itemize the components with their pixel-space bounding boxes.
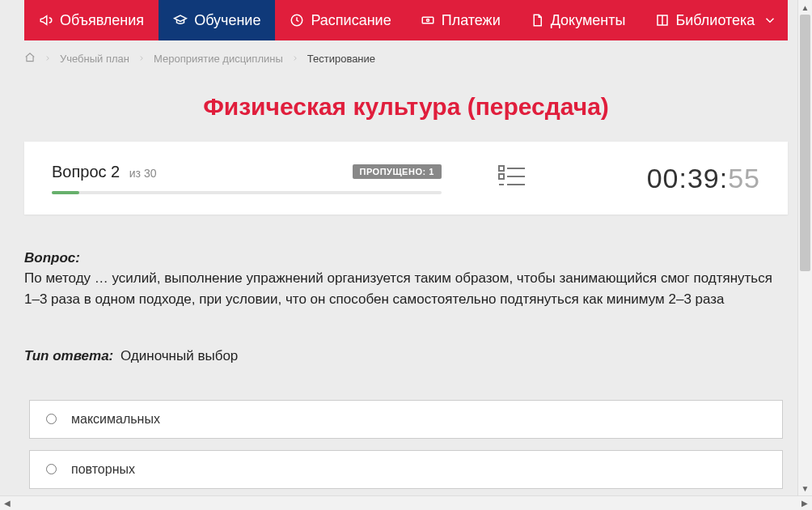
cash-icon <box>421 13 435 28</box>
option-item[interactable]: максимальных <box>29 400 783 439</box>
clock-icon <box>290 13 304 28</box>
option-item[interactable]: повторных <box>29 450 783 489</box>
nav-item-documents[interactable]: Документы <box>515 0 641 40</box>
scroll-left-arrow[interactable]: ◀ <box>0 496 15 511</box>
nav-item-schedule[interactable]: Расписание <box>275 0 405 40</box>
nav-item-education[interactable]: Обучение <box>159 0 275 40</box>
chevron-right-icon <box>44 53 52 65</box>
question-block: Вопрос: По методу … усилий, выполнение у… <box>24 250 788 311</box>
svg-rect-1 <box>422 17 433 23</box>
breadcrumb: Учебный план Мероприятие дисциплины Тест… <box>24 52 788 66</box>
top-nav: Объявления Обучение Расписание Платежи Д… <box>24 0 788 40</box>
chevron-down-icon <box>763 13 777 28</box>
nav-item-payments[interactable]: Платежи <box>406 0 515 40</box>
question-text: По методу … усилий, выполнение упражнени… <box>24 268 788 311</box>
question-number: Вопрос 2 из 30 <box>52 163 156 181</box>
nav-label: Обучение <box>194 12 260 29</box>
page-title: Физическая культура (пересдача) <box>24 93 788 121</box>
horizontal-scrollbar[interactable]: ◀ ▶ <box>0 495 812 510</box>
question-label: Вопрос: <box>24 250 80 266</box>
option-radio[interactable] <box>46 464 57 474</box>
nav-label: Расписание <box>311 12 391 29</box>
list-icon <box>498 164 526 189</box>
scroll-right-arrow[interactable]: ▶ <box>797 496 812 511</box>
svg-point-2 <box>426 19 429 22</box>
question-list-button[interactable] <box>493 159 531 197</box>
svg-rect-5 <box>499 174 504 179</box>
options-list: максимальных повторных <box>29 400 783 489</box>
nav-label: Объявления <box>60 12 144 29</box>
breadcrumb-item[interactable]: Учебный план <box>60 53 129 65</box>
option-label: повторных <box>71 462 135 477</box>
option-label: максимальных <box>71 412 160 427</box>
chevron-right-icon <box>137 53 146 65</box>
test-status-card: Вопрос 2 из 30 ПРОПУЩЕНО: 1 00:39:55 <box>24 142 788 215</box>
home-icon[interactable] <box>24 52 36 66</box>
book-icon <box>655 13 670 28</box>
scroll-thumb[interactable] <box>800 15 810 271</box>
graduation-cap-icon <box>173 13 188 28</box>
breadcrumb-item[interactable]: Мероприятие дисциплины <box>154 53 283 65</box>
answer-type: Тип ответа: Одиночный выбор <box>24 348 788 364</box>
megaphone-icon <box>39 13 53 28</box>
svg-rect-3 <box>499 166 504 171</box>
nav-label: Документы <box>551 12 626 29</box>
document-icon <box>530 13 544 28</box>
progress-bar <box>52 191 442 194</box>
nav-item-announcements[interactable]: Объявления <box>24 0 159 40</box>
timer: 00:39:55 <box>583 163 760 194</box>
breadcrumb-item-current: Тестирование <box>307 53 375 65</box>
chevron-right-icon <box>291 53 299 65</box>
scroll-down-arrow[interactable]: ▼ <box>798 481 813 495</box>
scroll-track[interactable] <box>15 496 797 510</box>
question-total: из 30 <box>129 167 157 180</box>
scroll-track[interactable] <box>798 15 812 481</box>
skipped-badge: ПРОПУЩЕНО: 1 <box>353 164 442 179</box>
nav-item-library[interactable]: Библиотека <box>641 0 793 40</box>
nav-label: Платежи <box>442 12 501 29</box>
vertical-scrollbar[interactable]: ▲ ▼ <box>797 0 812 495</box>
option-radio[interactable] <box>46 414 57 424</box>
scroll-up-arrow[interactable]: ▲ <box>798 0 813 15</box>
nav-label: Библиотека <box>676 12 755 29</box>
